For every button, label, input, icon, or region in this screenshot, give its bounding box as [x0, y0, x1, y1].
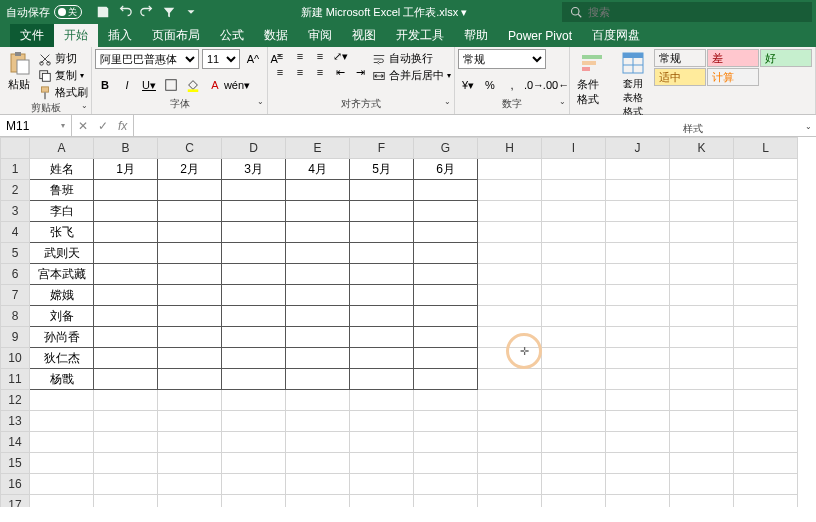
cell[interactable]: 2月 — [158, 159, 222, 180]
cell[interactable] — [670, 432, 734, 453]
cell[interactable] — [670, 369, 734, 390]
col-header-G[interactable]: G — [414, 138, 478, 159]
cell[interactable] — [158, 243, 222, 264]
cell[interactable] — [606, 159, 670, 180]
cell[interactable] — [222, 306, 286, 327]
style-calc[interactable]: 计算 — [707, 68, 759, 86]
cell[interactable] — [286, 264, 350, 285]
cell[interactable] — [734, 243, 798, 264]
tab-开发工具[interactable]: 开发工具 — [386, 24, 454, 47]
cell[interactable] — [222, 201, 286, 222]
align-left-button[interactable]: ≡ — [271, 65, 289, 79]
row-header-14[interactable]: 14 — [1, 432, 30, 453]
cell[interactable] — [542, 474, 606, 495]
cell[interactable] — [158, 180, 222, 201]
cell[interactable] — [158, 495, 222, 508]
cell[interactable] — [606, 369, 670, 390]
cell[interactable] — [542, 159, 606, 180]
col-header-H[interactable]: H — [478, 138, 542, 159]
cell[interactable] — [606, 348, 670, 369]
font-size-select[interactable]: 11 — [202, 49, 240, 69]
cell[interactable] — [350, 390, 414, 411]
row-header-3[interactable]: 3 — [1, 201, 30, 222]
row-header-17[interactable]: 17 — [1, 495, 30, 508]
increase-font-icon[interactable]: A^ — [243, 50, 263, 68]
cell[interactable] — [350, 411, 414, 432]
cell[interactable] — [734, 411, 798, 432]
cell[interactable] — [478, 369, 542, 390]
row-header-16[interactable]: 16 — [1, 474, 30, 495]
col-header-I[interactable]: I — [542, 138, 606, 159]
col-header-A[interactable]: A — [30, 138, 94, 159]
cell[interactable] — [734, 180, 798, 201]
cell[interactable]: 张飞 — [30, 222, 94, 243]
paste-button[interactable]: 粘贴 — [3, 49, 35, 94]
cell[interactable] — [350, 348, 414, 369]
col-header-J[interactable]: J — [606, 138, 670, 159]
cell[interactable] — [30, 390, 94, 411]
cell[interactable] — [670, 222, 734, 243]
select-all-corner[interactable] — [1, 138, 30, 159]
cell[interactable] — [94, 243, 158, 264]
cell[interactable] — [542, 432, 606, 453]
cell[interactable]: 狄仁杰 — [30, 348, 94, 369]
cell[interactable] — [94, 453, 158, 474]
cell[interactable] — [542, 327, 606, 348]
cell[interactable]: 嫦娥 — [30, 285, 94, 306]
cell[interactable]: 鲁班 — [30, 180, 94, 201]
cell[interactable] — [414, 474, 478, 495]
fill-color-button[interactable] — [183, 76, 203, 94]
cell[interactable] — [286, 348, 350, 369]
cell[interactable] — [158, 327, 222, 348]
save-icon[interactable] — [96, 5, 110, 19]
cell[interactable] — [414, 264, 478, 285]
cell[interactable] — [350, 285, 414, 306]
cell[interactable] — [542, 243, 606, 264]
cell[interactable] — [286, 411, 350, 432]
cell[interactable] — [478, 495, 542, 508]
row-header-4[interactable]: 4 — [1, 222, 30, 243]
cell[interactable] — [478, 390, 542, 411]
cell[interactable] — [414, 432, 478, 453]
cell[interactable] — [30, 432, 94, 453]
cell[interactable] — [670, 348, 734, 369]
cell[interactable] — [542, 264, 606, 285]
cell[interactable] — [606, 327, 670, 348]
cell[interactable] — [670, 159, 734, 180]
cell[interactable] — [478, 180, 542, 201]
phonetic-button[interactable]: wén▾ — [227, 76, 247, 94]
comma-button[interactable]: , — [502, 76, 522, 94]
cell[interactable] — [734, 495, 798, 508]
cell[interactable] — [158, 390, 222, 411]
cell[interactable] — [94, 369, 158, 390]
row-header-10[interactable]: 10 — [1, 348, 30, 369]
cell[interactable] — [222, 411, 286, 432]
cell[interactable] — [478, 222, 542, 243]
cell[interactable] — [94, 264, 158, 285]
cell[interactable] — [478, 432, 542, 453]
cell[interactable] — [734, 327, 798, 348]
tab-百度网盘[interactable]: 百度网盘 — [582, 24, 650, 47]
cell[interactable] — [158, 285, 222, 306]
cell[interactable] — [286, 495, 350, 508]
cell[interactable] — [94, 495, 158, 508]
cell[interactable] — [158, 369, 222, 390]
cell[interactable] — [734, 159, 798, 180]
cell[interactable] — [734, 390, 798, 411]
cell[interactable] — [158, 306, 222, 327]
italic-button[interactable]: I — [117, 76, 137, 94]
cell[interactable] — [542, 453, 606, 474]
cell[interactable] — [286, 432, 350, 453]
tab-数据[interactable]: 数据 — [254, 24, 298, 47]
cell[interactable] — [670, 411, 734, 432]
tab-Power Pivot[interactable]: Power Pivot — [498, 24, 582, 47]
cell[interactable] — [414, 348, 478, 369]
cell[interactable] — [350, 201, 414, 222]
cell[interactable] — [670, 453, 734, 474]
cell[interactable] — [158, 453, 222, 474]
row-header-5[interactable]: 5 — [1, 243, 30, 264]
align-bottom-button[interactable]: ≡ — [311, 49, 329, 63]
format-painter-button[interactable]: 格式刷 — [38, 85, 88, 100]
cell[interactable] — [542, 348, 606, 369]
cell[interactable] — [606, 411, 670, 432]
